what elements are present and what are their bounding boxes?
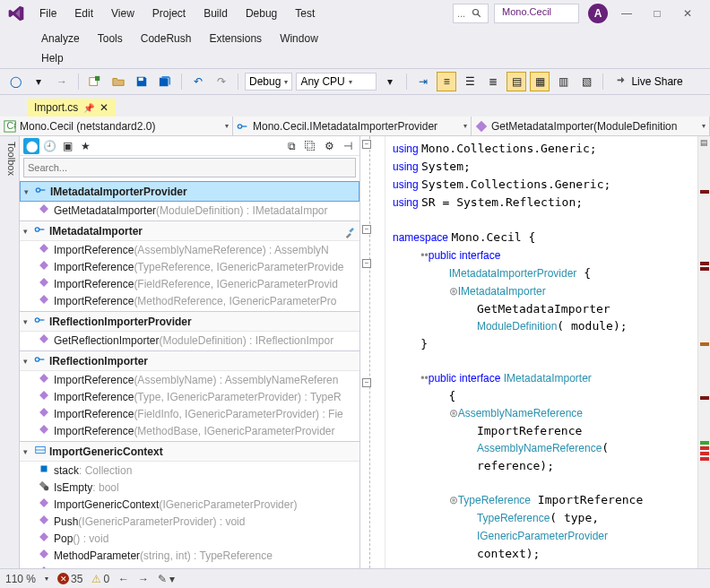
section-header[interactable]: ▾ImportGenericContext (20, 441, 359, 462)
minimize-button[interactable]: — (611, 2, 642, 25)
svg-point-22 (35, 358, 39, 361)
new-project-icon[interactable] (85, 72, 105, 91)
structure-tree[interactable]: ▾IMetadataImporterProviderGetMetadataImp… (20, 181, 359, 568)
member-item[interactable]: ImportReference(Type, IGenericParameterP… (20, 388, 359, 405)
member-item[interactable]: stack : Collection (20, 462, 359, 479)
menu-window[interactable]: Window (271, 29, 327, 48)
solution-title[interactable]: Mono.Cecil (494, 4, 579, 23)
nav-prev-icon[interactable]: ← (118, 573, 129, 585)
platform-combo[interactable]: Any CPU▾ (296, 73, 377, 91)
member-item[interactable]: ImportReference(AssemblyNameReference) :… (20, 241, 359, 258)
member-item[interactable]: ImportReference(TypeReference, IGenericP… (20, 258, 359, 275)
code-editor[interactable]: − − − − using Mono.Collections.Generic; … (360, 136, 710, 568)
menu-debug[interactable]: Debug (237, 4, 286, 23)
split-icon[interactable]: ▤ (700, 138, 708, 147)
menu-help[interactable]: Help (32, 50, 73, 68)
gear-icon[interactable]: ⚙ (321, 138, 337, 154)
pin-pane-icon[interactable]: ⊣ (340, 138, 356, 154)
screwdriver-icon[interactable] (344, 226, 357, 238)
member-item[interactable]: GetReflectionImporter(ModuleDefinition) … (20, 332, 359, 349)
svg-rect-30 (41, 466, 48, 472)
member-item[interactable]: ImportReference(AssemblyName) : Assembly… (20, 371, 359, 388)
section-header[interactable]: ▾IReflectionImporterProvider (20, 311, 359, 332)
config-combo[interactable]: Debug▾ (245, 73, 292, 91)
menu-build[interactable]: Build (195, 4, 237, 23)
nav-fwd-button[interactable]: → (52, 72, 72, 91)
tab-close-icon[interactable]: ✕ (100, 101, 108, 114)
menu-edit[interactable]: Edit (65, 4, 102, 23)
list-icon[interactable]: ☰ (460, 72, 480, 91)
menu-test[interactable]: Test (286, 4, 324, 23)
indent-icon[interactable]: ≣ (483, 72, 503, 91)
outline-collapse-icon[interactable]: − (362, 378, 371, 387)
quick-launch[interactable] (453, 4, 489, 23)
close-button[interactable]: ✕ (672, 2, 703, 25)
code-text[interactable]: using Mono.Collections.Generic; using Sy… (385, 136, 697, 568)
outline-collapse-icon[interactable]: − (362, 140, 371, 149)
quick-launch-input[interactable] (457, 8, 472, 19)
play-dropdown[interactable]: ▾ (380, 72, 400, 91)
menu-analyze[interactable]: Analyze (32, 29, 89, 48)
code-icon1[interactable]: ▥ (553, 72, 573, 91)
member-item[interactable]: IsEmpty : bool (20, 479, 359, 496)
nav-next-icon[interactable]: → (138, 573, 149, 585)
save-icon[interactable] (132, 72, 152, 91)
hl-icon1[interactable]: ≡ (437, 72, 456, 91)
star-icon[interactable]: ★ (77, 138, 93, 154)
menu-tools[interactable]: Tools (89, 29, 132, 48)
section-header[interactable]: ▾IReflectionImporter (20, 350, 359, 371)
nav-type-combo[interactable]: Mono.Cecil.IMetadataImporterProvider▾ (233, 117, 472, 135)
member-item[interactable]: MethodParameter(string, int) : TypeRefer… (20, 547, 359, 564)
svg-point-0 (473, 10, 479, 15)
outline-collapse-icon[interactable]: − (362, 259, 371, 268)
member-item[interactable]: ImportReference(MethodBase, IGenericPara… (20, 422, 359, 439)
menu-view[interactable]: View (102, 4, 143, 23)
structure-search-input[interactable] (28, 162, 351, 173)
menu-file[interactable]: File (30, 4, 65, 23)
code-icon2[interactable]: ▧ (576, 72, 596, 91)
section-header[interactable]: ▾IMetadataImporter (20, 220, 359, 241)
outline-collapse-icon[interactable]: − (362, 225, 371, 234)
warning-count[interactable]: ⚠ 0 (91, 573, 109, 585)
redo-icon[interactable]: ↷ (212, 72, 231, 91)
tab-import-cs[interactable]: Import.cs 📌 ✕ (27, 99, 116, 117)
hl-icon2[interactable]: ▤ (507, 72, 526, 91)
nav-back-button[interactable]: ◯ (5, 72, 25, 91)
member-item[interactable]: Push(IGenericParameterProvider) : void (20, 513, 359, 530)
member-item[interactable]: Pop() : void (20, 530, 359, 547)
member-item[interactable]: GetMetadataImporter(ModuleDefinition) : … (20, 202, 359, 219)
live-share-button[interactable]: Live Share (610, 75, 688, 88)
overview-ruler[interactable]: ▤ (697, 136, 710, 568)
copy-icon[interactable]: ⧉ (283, 138, 299, 154)
zoom-level[interactable]: 110 % (5, 573, 36, 585)
brush-icon[interactable]: ✎ ▾ (158, 573, 175, 585)
nav-back-arrow[interactable]: ▾ (29, 72, 48, 91)
member-item[interactable]: ImportGenericContext(IGenericParameterPr… (20, 496, 359, 513)
member-item[interactable]: ImportReference(FieldReference, IGeneric… (20, 275, 359, 292)
save-all-icon[interactable] (155, 72, 175, 91)
error-count[interactable]: ✕ 35 (57, 573, 82, 585)
nav-member-combo[interactable]: GetMetadataImporter(ModuleDefinition▾ (472, 117, 710, 135)
window-icon[interactable]: ▣ (59, 138, 75, 154)
user-avatar[interactable]: A (588, 4, 608, 23)
hl-icon3[interactable]: ▦ (530, 72, 550, 91)
structure-search[interactable] (23, 158, 356, 177)
member-item[interactable]: ImportReference(MethodReference, IGeneri… (20, 292, 359, 309)
menu-project[interactable]: Project (143, 4, 195, 23)
section-header[interactable]: ▾IMetadataImporterProvider (20, 181, 359, 202)
pin-icon[interactable]: 📌 (83, 103, 94, 113)
marker-icon[interactable]: ⬤ (23, 138, 39, 154)
nav-project-combo[interactable]: C# Mono.Cecil (netstandard2.0)▾ (0, 117, 233, 135)
menu-coderush[interactable]: CodeRush (132, 29, 201, 48)
toolbox-tab[interactable]: Toolbox (0, 136, 20, 568)
svg-point-19 (35, 318, 39, 322)
step-icon[interactable]: ⇥ (413, 72, 433, 91)
undo-icon[interactable]: ↶ (188, 72, 208, 91)
menu-extensions[interactable]: Extensions (200, 29, 271, 48)
clock-icon[interactable]: 🕘 (41, 138, 57, 154)
copy2-icon[interactable]: ⿻ (302, 138, 318, 154)
open-file-icon[interactable] (108, 72, 128, 91)
maximize-button[interactable]: □ (642, 2, 672, 25)
interface-icon (237, 120, 249, 133)
member-item[interactable]: ImportReference(FieldInfo, IGenericParam… (20, 405, 359, 422)
